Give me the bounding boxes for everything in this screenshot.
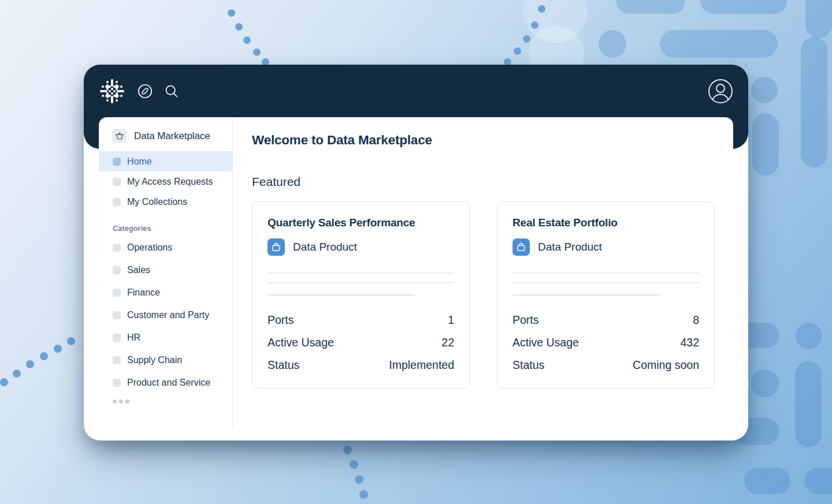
stat-value: 8	[693, 313, 699, 327]
search-icon[interactable]	[165, 84, 179, 98]
app-window: Data Marketplace Home My Access Requests…	[84, 65, 748, 440]
category-icon	[113, 266, 121, 274]
category-icon	[113, 311, 121, 319]
placeholder-lines	[268, 272, 454, 296]
sidebar-title: Data Marketplace	[134, 130, 210, 142]
basket-icon	[112, 129, 127, 143]
category-label: Customer and Party	[127, 310, 209, 320]
card-quarterly-sales-performance[interactable]: Quarterly Sales Performance Data Product	[252, 201, 470, 389]
stat-label: Active Usage	[512, 336, 579, 349]
stat-row-ports: Ports 1	[268, 313, 454, 327]
nav-item-icon	[113, 198, 121, 206]
stat-row-status: Status Coming soon	[512, 359, 699, 372]
stat-label: Ports	[512, 313, 539, 327]
stat-value: 1	[448, 313, 454, 327]
shopping-bag-icon	[512, 238, 530, 256]
card-title: Real Estate Portfolio	[512, 216, 699, 229]
stat-row-active-usage: Active Usage 432	[512, 336, 699, 349]
shopping-bag-icon	[268, 238, 285, 256]
card-real-estate-portfolio[interactable]: Real Estate Portfolio Data Product	[497, 201, 715, 389]
category-icon	[113, 356, 121, 364]
sidebar-item-sales[interactable]: Sales	[99, 259, 232, 281]
sidebar-item-hr[interactable]: HR	[99, 326, 232, 349]
category-label: Sales	[127, 265, 150, 275]
nav-item-label: Home	[127, 156, 152, 167]
stat-value: Coming soon	[633, 359, 699, 372]
asset-type-label: Data Product	[293, 241, 357, 253]
page-title: Welcome to Data Marketplace	[252, 133, 715, 148]
card-title: Quarterly Sales Performance	[268, 216, 454, 229]
main-content: Welcome to Data Marketplace Featured Qua…	[233, 117, 733, 428]
sidebar: Data Marketplace Home My Access Requests…	[99, 117, 233, 428]
category-label: HR	[127, 333, 140, 343]
topbar	[84, 65, 748, 117]
asset-type-label: Data Product	[538, 241, 602, 253]
stat-row-ports: Ports 8	[512, 313, 699, 327]
stat-value: Implemented	[389, 359, 454, 372]
category-label: Product and Service	[127, 378, 210, 388]
user-avatar-icon[interactable]	[708, 79, 733, 104]
nav-item-label: My Collections	[127, 197, 187, 207]
stat-row-active-usage: Active Usage 22	[268, 336, 454, 349]
sidebar-item-supply-chain[interactable]: Supply Chain	[99, 349, 232, 371]
stat-value: 432	[680, 336, 699, 349]
asset-type-badge: Data Product	[512, 238, 699, 256]
sidebar-item-customer-and-party[interactable]: Customer and Party	[99, 304, 232, 326]
brand-weave-logo-icon	[99, 78, 125, 104]
categories-section-label: Categories	[113, 225, 232, 233]
category-label: Operations	[127, 242, 172, 253]
category-icon	[113, 244, 121, 252]
sidebar-item-home[interactable]: Home	[99, 151, 232, 171]
stat-label: Ports	[268, 313, 294, 327]
stat-value: 22	[441, 336, 454, 349]
card-stats: Ports 1 Active Usage 22 Status Implement…	[268, 313, 454, 372]
category-icon	[113, 379, 121, 387]
sidebar-more-ellipsis-icon[interactable]	[113, 400, 232, 404]
nav-item-icon	[113, 158, 121, 166]
featured-cards: Quarterly Sales Performance Data Product	[252, 201, 715, 389]
asset-type-badge: Data Product	[268, 238, 454, 256]
sidebar-item-finance[interactable]: Finance	[99, 281, 232, 304]
card-stats: Ports 8 Active Usage 432 Status Coming s…	[512, 313, 699, 372]
featured-section-title: Featured	[252, 175, 715, 189]
stat-row-status: Status Implemented	[268, 359, 454, 372]
category-label: Finance	[127, 288, 160, 298]
category-icon	[113, 334, 121, 342]
category-icon	[113, 289, 121, 297]
stat-label: Status	[512, 359, 544, 372]
sidebar-header: Data Marketplace	[99, 129, 232, 143]
nav-item-label: My Access Requests	[127, 177, 213, 187]
stat-label: Status	[268, 359, 299, 372]
stat-label: Active Usage	[268, 336, 334, 349]
sidebar-item-my-access-requests[interactable]: My Access Requests	[99, 171, 232, 192]
sidebar-item-operations[interactable]: Operations	[99, 236, 232, 259]
nav-item-icon	[113, 178, 121, 186]
compass-icon[interactable]	[138, 84, 153, 99]
sidebar-item-my-collections[interactable]: My Collections	[99, 192, 232, 212]
category-label: Supply Chain	[127, 355, 182, 365]
content-panel: Data Marketplace Home My Access Requests…	[99, 117, 733, 428]
sidebar-item-product-and-service[interactable]: Product and Service	[99, 371, 232, 394]
placeholder-lines	[512, 272, 699, 296]
